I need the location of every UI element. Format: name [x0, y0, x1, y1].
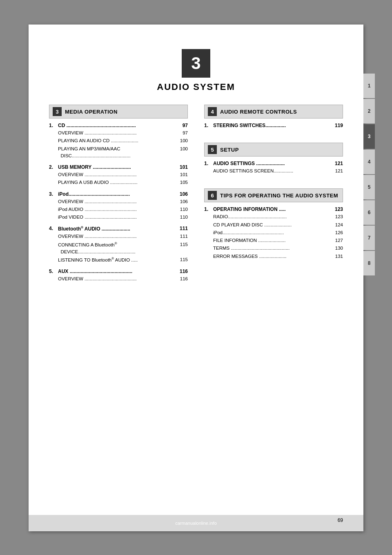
- toc-sub-cd-overview: OVERVIEW ...............................…: [49, 130, 188, 137]
- toc-entry-steering: 1. STEERING SWITCHES............... 119: [204, 123, 343, 128]
- toc-sub-bt-overview: OVERVIEW ...............................…: [49, 233, 188, 240]
- section-4-num: 4: [208, 107, 217, 116]
- chapter-header: 3: [29, 25, 363, 78]
- toc-sub-terms: TERMS ..................................…: [204, 245, 343, 252]
- content-area: 3 MEDIA OPERATION 1. CD ................…: [29, 105, 363, 283]
- section-5-title: SETUP: [220, 147, 239, 153]
- section-6-title: TIPS FOR OPERATING THE AUDIO SYSTEM: [220, 192, 338, 199]
- section-5-num: 5: [208, 145, 217, 154]
- section-6-num: 6: [208, 191, 217, 200]
- toc-entry-usb: 2. USB MEMORY ..........................…: [49, 164, 188, 170]
- toc-label-bt: Bluetooth® AUDIO .....................: [58, 226, 178, 232]
- section-5-header: 5 SETUP: [204, 143, 343, 157]
- tab-strip: 1 2 3 4 5 6 7 8: [363, 74, 375, 275]
- toc-entry-aux: 5. AUX .................................…: [49, 269, 188, 274]
- section-3-title: MEDIA OPERATION: [65, 109, 118, 115]
- left-column: 3 MEDIA OPERATION 1. CD ................…: [49, 105, 188, 283]
- toc-sub-bt-connect: CONNECTING A Bluetooth® DEVICE..........…: [49, 241, 188, 255]
- toc-label-aux: AUX ....................................…: [58, 269, 178, 274]
- toc-sub-cd-player: CD PLAYER AND DISC .....................…: [204, 222, 343, 228]
- tab-4[interactable]: 4: [363, 150, 375, 174]
- toc-sub-usb-play: PLAYING A USB AUDIO ....................…: [49, 179, 188, 186]
- tab-5[interactable]: 5: [363, 175, 375, 199]
- toc-label-usb: USB MEMORY ............................: [58, 164, 178, 170]
- section-3-header: 3 MEDIA OPERATION: [49, 105, 188, 119]
- toc-page-usb: 101: [180, 164, 188, 170]
- chapter-title: AUDIO SYSTEM: [29, 82, 363, 92]
- page: 1 2 3 4 5 6 7 8 3 AUDIO SYSTEM 3 MEDIA O…: [29, 25, 363, 531]
- section-6-header: 6 TIPS FOR OPERATING THE AUDIO SYSTEM: [204, 188, 343, 202]
- toc-entry-cd: 1. CD ..................................…: [49, 123, 188, 128]
- toc-num-1: 1.: [49, 123, 56, 128]
- tab-2[interactable]: 2: [363, 99, 375, 123]
- tab-8[interactable]: 8: [363, 251, 375, 275]
- toc-sub-radio: RADIO...................................…: [204, 213, 343, 220]
- toc-entry-ipod: 3. iPod.................................…: [49, 191, 188, 197]
- toc-num-3: 3.: [49, 191, 56, 197]
- chapter-number: 3: [191, 54, 200, 73]
- section-4-header: 4 AUDIO REMOTE CONTROLS: [204, 105, 343, 119]
- watermark: carmanualonline.info: [29, 515, 363, 531]
- toc-sub-ipod-audio: iPod AUDIO .............................…: [49, 206, 188, 213]
- toc-sub-ipod-video: iPod VIDEO .............................…: [49, 214, 188, 221]
- toc-page-ipod: 106: [180, 191, 188, 197]
- toc-page-cd: 97: [183, 123, 188, 128]
- toc-num-5: 5.: [49, 269, 56, 274]
- watermark-text: carmanualonline.info: [175, 521, 217, 526]
- right-column: 4 AUDIO REMOTE CONTROLS 1. STEERING SWIT…: [204, 105, 343, 283]
- tab-7[interactable]: 7: [363, 226, 375, 250]
- toc-sub-cd-mp3: PLAYING AN MP3/WMA/AAC DISC.............…: [49, 145, 188, 160]
- toc-sub-bt-listen: LISTENING TO Bluetooth® AUDIO ..... 115: [49, 256, 188, 264]
- toc-sub-file-info: FILE INFORMATION ..................... 1…: [204, 237, 343, 244]
- chapter-number-box: 3: [182, 49, 210, 78]
- toc-page-bt: 111: [180, 226, 188, 232]
- toc-sub-usb-overview: OVERVIEW ...............................…: [49, 171, 188, 178]
- toc-sub-ipod-overview: OVERVIEW ...............................…: [49, 198, 188, 205]
- toc-entry-audio-settings: 1. AUDIO SETTINGS ..................... …: [204, 161, 343, 166]
- toc-sub-ipod-right: iPod....................................…: [204, 229, 343, 236]
- toc-num-4: 4.: [49, 226, 56, 232]
- toc-entry-bt: 4. Bluetooth® AUDIO ....................…: [49, 226, 188, 232]
- toc-sub-audio-settings-screen: AUDIO SETTINGS SCREEN............... 121: [204, 168, 343, 175]
- tab-6[interactable]: 6: [363, 200, 375, 225]
- tab-3[interactable]: 3: [363, 124, 375, 149]
- toc-sub-aux-overview: OVERVIEW ...............................…: [49, 275, 188, 282]
- toc-sub-cd-audio: PLAYING AN AUDIO CD ....................…: [49, 137, 188, 144]
- toc-num-2: 2.: [49, 164, 56, 170]
- toc-label-ipod: iPod....................................…: [58, 191, 178, 197]
- toc-page-aux: 116: [180, 269, 188, 274]
- toc-sub-error: ERROR MESSAGES ..................... 131: [204, 253, 343, 260]
- section-4-title: AUDIO REMOTE CONTROLS: [220, 109, 297, 115]
- section-3-num: 3: [53, 107, 62, 116]
- tab-1[interactable]: 1: [363, 74, 375, 98]
- toc-label-cd: CD .....................................…: [58, 123, 181, 128]
- toc-entry-op-info: 1. OPERATING INFORMATION ..... 123: [204, 206, 343, 212]
